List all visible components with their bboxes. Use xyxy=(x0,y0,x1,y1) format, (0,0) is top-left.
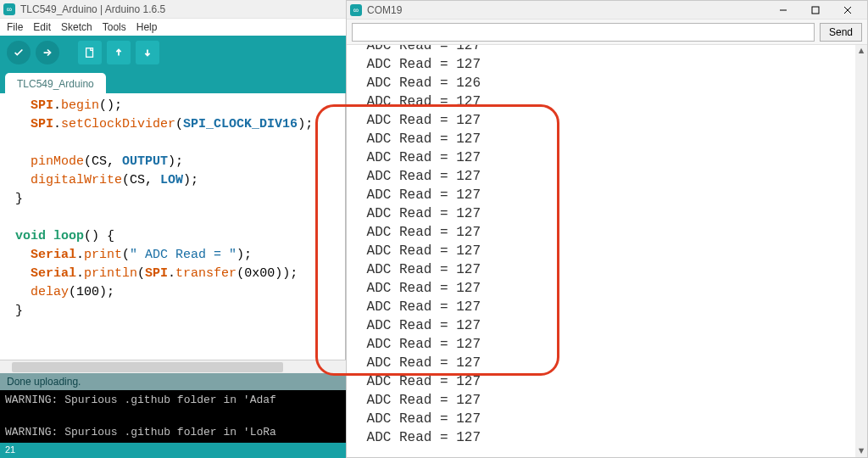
menu-file[interactable]: File xyxy=(7,21,23,33)
serial-monitor-window: ∞ COM19 Send ADC Read = 127 ADC Read = 1… xyxy=(346,0,868,458)
scroll-up-icon[interactable]: ▴ xyxy=(855,45,867,57)
menu-help[interactable]: Help xyxy=(136,21,158,33)
ide-status-bar: Done uploading. xyxy=(0,373,346,390)
arduino-logo-icon: ∞ xyxy=(350,4,362,16)
new-sketch-button[interactable] xyxy=(78,41,102,64)
menu-tools[interactable]: Tools xyxy=(103,21,126,33)
verify-button[interactable] xyxy=(7,41,31,64)
ide-footer: 21 xyxy=(0,443,346,458)
svg-rect-1 xyxy=(812,7,819,14)
arduino-ide-window: ∞ TLC549_Arduino | Arduino 1.6.5 FileEdi… xyxy=(0,0,346,458)
monitor-title: COM19 xyxy=(367,4,402,16)
svg-rect-0 xyxy=(86,48,93,58)
code-editor[interactable]: SPI.begin(); SPI.setClockDivider(SPI_CLO… xyxy=(0,93,346,360)
maximize-button[interactable] xyxy=(799,1,832,20)
ide-console[interactable]: WARNING: Spurious .github folder in 'Ada… xyxy=(0,390,346,443)
ide-menubar: FileEditSketchToolsHelp xyxy=(0,19,346,36)
monitor-output[interactable]: ADC Read = 127 ADC Read = 127 ADC Read =… xyxy=(347,45,867,457)
ide-toolbar xyxy=(0,36,346,70)
minimize-button[interactable] xyxy=(767,1,799,20)
open-sketch-button[interactable] xyxy=(107,41,131,64)
sketch-tab[interactable]: TLC549_Arduino xyxy=(5,73,106,93)
editor-hscroll-thumb[interactable] xyxy=(12,362,283,372)
menu-sketch[interactable]: Sketch xyxy=(61,21,92,33)
ide-title: TLC549_Arduino | Arduino 1.6.5 xyxy=(20,3,165,15)
monitor-input-row: Send xyxy=(347,20,867,45)
menu-edit[interactable]: Edit xyxy=(33,21,51,33)
window-controls xyxy=(767,1,864,20)
monitor-input[interactable] xyxy=(352,23,815,42)
editor-hscrollbar[interactable] xyxy=(0,360,346,373)
monitor-titlebar: ∞ COM19 xyxy=(347,1,867,20)
ide-tabstrip: TLC549_Arduino xyxy=(0,70,346,93)
upload-button[interactable] xyxy=(36,41,59,64)
monitor-vscrollbar[interactable]: ▴ ▾ xyxy=(855,45,867,457)
save-sketch-button[interactable] xyxy=(136,41,159,64)
scroll-down-icon[interactable]: ▾ xyxy=(855,445,867,457)
ide-titlebar: ∞ TLC549_Arduino | Arduino 1.6.5 xyxy=(0,0,346,19)
send-button[interactable]: Send xyxy=(820,23,862,42)
close-button[interactable] xyxy=(832,1,864,20)
arduino-logo-icon: ∞ xyxy=(3,3,15,15)
